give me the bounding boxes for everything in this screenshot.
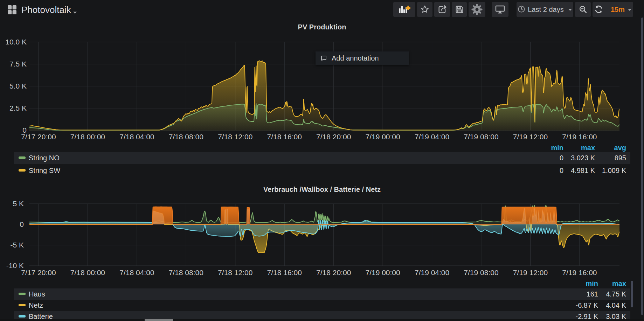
svg-text:7/17 20:00: 7/17 20:00 xyxy=(21,133,56,141)
svg-text:7/18 16:00: 7/18 16:00 xyxy=(267,268,302,277)
svg-text:7/18 12:00: 7/18 12:00 xyxy=(218,268,252,277)
svg-text:10.0 K: 10.0 K xyxy=(5,38,27,46)
svg-text:7/18 08:00: 7/18 08:00 xyxy=(169,133,203,141)
svg-text:7/18 08:00: 7/18 08:00 xyxy=(169,268,203,277)
svg-text:7/19 08:00: 7/19 08:00 xyxy=(464,133,498,141)
svg-text:7/19 04:00: 7/19 04:00 xyxy=(415,133,449,141)
svg-text:7/18 12:00: 7/18 12:00 xyxy=(218,133,252,141)
svg-text:7/18 00:00: 7/18 00:00 xyxy=(70,133,105,141)
svg-text:7/19 08:00: 7/19 08:00 xyxy=(464,268,498,277)
svg-text:-5 K: -5 K xyxy=(10,241,24,249)
svg-text:7/19 00:00: 7/19 00:00 xyxy=(365,133,400,141)
svg-text:7/18 00:00: 7/18 00:00 xyxy=(70,268,105,277)
svg-text:7/19 00:00: 7/19 00:00 xyxy=(365,268,400,277)
svg-text:2.5 K: 2.5 K xyxy=(9,104,27,112)
svg-text:7/19 12:00: 7/19 12:00 xyxy=(513,268,548,277)
svg-text:7/19 16:00: 7/19 16:00 xyxy=(562,133,597,141)
svg-text:7.5 K: 7.5 K xyxy=(9,60,27,68)
svg-text:7/18 16:00: 7/18 16:00 xyxy=(267,133,302,141)
svg-text:7/19 12:00: 7/19 12:00 xyxy=(513,133,548,141)
svg-text:7/19 04:00: 7/19 04:00 xyxy=(415,268,449,277)
svg-text:5.0 K: 5.0 K xyxy=(9,82,27,90)
svg-text:7/19 16:00: 7/19 16:00 xyxy=(562,268,597,277)
svg-text:7/18 04:00: 7/18 04:00 xyxy=(119,133,154,141)
svg-text:7/18 20:00: 7/18 20:00 xyxy=(316,268,351,277)
svg-text:5 K: 5 K xyxy=(13,200,24,208)
svg-text:7/18 04:00: 7/18 04:00 xyxy=(119,268,154,277)
svg-text:7/18 20:00: 7/18 20:00 xyxy=(316,133,351,141)
svg-text:0: 0 xyxy=(20,220,24,228)
svg-text:7/17 20:00: 7/17 20:00 xyxy=(21,268,56,277)
